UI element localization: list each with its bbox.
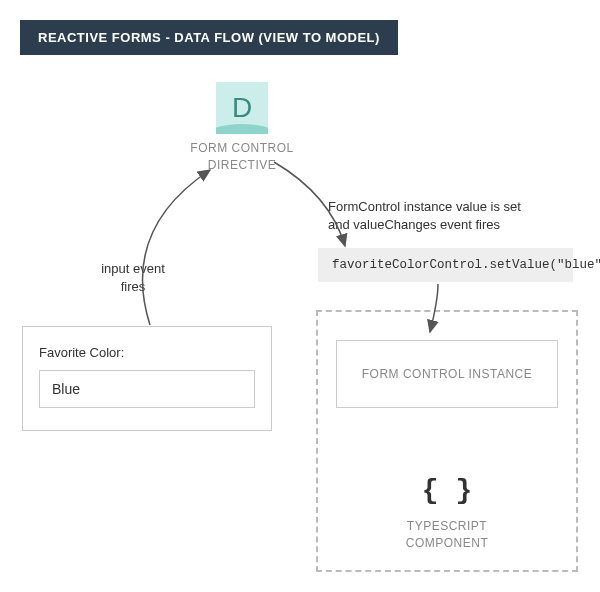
annotation-setvalue: FormControl instance value is set and va… <box>328 198 568 234</box>
directive-icon-letter: D <box>232 92 252 124</box>
form-view-box: Favorite Color: <box>22 326 272 431</box>
form-field-label: Favorite Color: <box>39 345 255 360</box>
directive-label: FORM CONTROL DIRECTIVE <box>170 140 314 174</box>
code-snippet: favoriteColorControl.setValue("blue") <box>318 248 573 282</box>
favorite-color-input[interactable] <box>39 370 255 408</box>
directive-icon: D <box>216 82 268 134</box>
typescript-component-container: FORM CONTROL INSTANCE { } TYPESCRIPT COM… <box>316 310 578 572</box>
annotation-input-event: input event fires <box>78 260 188 296</box>
typescript-component-label: TYPESCRIPT COMPONENT <box>318 518 576 552</box>
form-control-instance-box: FORM CONTROL INSTANCE <box>336 340 558 408</box>
diagram-title: REACTIVE FORMS - DATA FLOW (VIEW TO MODE… <box>20 20 398 55</box>
braces-icon: { } <box>422 475 472 506</box>
